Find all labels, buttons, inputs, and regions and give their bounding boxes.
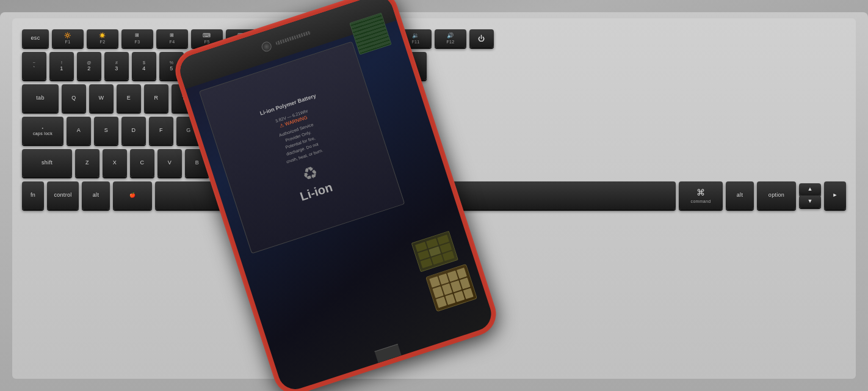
sim-contact-1 bbox=[429, 276, 440, 288]
tab-key[interactable]: tab bbox=[22, 84, 59, 112]
f12-key[interactable]: 🔊F12 bbox=[435, 29, 466, 48]
key-1[interactable]: !1 bbox=[49, 52, 74, 80]
control-key[interactable]: control bbox=[47, 181, 79, 210]
sim-contact-8 bbox=[460, 278, 471, 290]
lightning-connector bbox=[374, 344, 401, 363]
f1-key[interactable]: 🔆F1 bbox=[52, 29, 84, 48]
sim-contact-12 bbox=[463, 288, 474, 299]
sim-contact-11 bbox=[454, 291, 465, 302]
right-arrow-key[interactable]: ► bbox=[824, 181, 846, 210]
right-alt-key[interactable]: alt bbox=[726, 181, 754, 210]
fn-key[interactable]: fn bbox=[22, 181, 44, 210]
recycle-symbol: ♻ bbox=[300, 161, 320, 185]
power-key[interactable]: ⏻ bbox=[469, 29, 494, 48]
sim-contact-3 bbox=[447, 271, 458, 282]
front-camera bbox=[261, 40, 273, 53]
q-key[interactable]: Q bbox=[62, 84, 86, 112]
down-arrow-key[interactable]: ▼ bbox=[799, 196, 821, 208]
sim-contact-5 bbox=[433, 287, 444, 298]
qwerty-row: tab Q W E R T Y U I O P {[ }] |\ bbox=[22, 84, 846, 112]
backtick-key[interactable]: ~` bbox=[22, 52, 46, 80]
logic-board-chip bbox=[411, 231, 458, 272]
v-key[interactable]: V bbox=[157, 149, 182, 177]
key-3[interactable]: #3 bbox=[104, 52, 129, 80]
scene: esc 🔆F1 ☀️F2 ⊞F3 ⊞F4 ⌨F5 ⌨F6 ⏮F7 bbox=[0, 0, 868, 391]
key-2[interactable]: @2 bbox=[77, 52, 101, 80]
sim-contact-7 bbox=[450, 280, 461, 292]
key-4[interactable]: $4 bbox=[132, 52, 156, 80]
left-option-key[interactable]: 🍎 bbox=[113, 181, 152, 210]
li-ion-label: Li-ion bbox=[298, 180, 335, 204]
sim-contact-4 bbox=[456, 268, 467, 279]
fn-key-row: esc 🔆F1 ☀️F2 ⊞F3 ⊞F4 ⌨F5 ⌨F6 ⏮F7 bbox=[22, 29, 846, 48]
sim-contact-9 bbox=[436, 296, 447, 308]
caps-lock-key[interactable]: • caps lock bbox=[22, 117, 63, 145]
z-key[interactable]: Z bbox=[75, 149, 99, 177]
number-row: ~` !1 @2 #3 $4 %5 ^6 &7 *8 (9 )0 _- += d… bbox=[22, 52, 846, 80]
f-key[interactable]: F bbox=[149, 117, 173, 145]
f2-key[interactable]: ☀️F2 bbox=[87, 29, 118, 48]
f4-key[interactable]: ⊞F4 bbox=[156, 29, 188, 48]
esc-key[interactable]: esc bbox=[22, 29, 49, 48]
a-key[interactable]: A bbox=[67, 117, 91, 145]
s-key[interactable]: S bbox=[94, 117, 118, 145]
arrow-key-group: ▲ ▼ bbox=[799, 183, 821, 208]
left-shift-key[interactable]: shift bbox=[22, 149, 72, 177]
command-key[interactable]: ⌘ command bbox=[679, 181, 723, 210]
up-arrow-key[interactable]: ▲ bbox=[799, 183, 821, 196]
earpiece-speaker bbox=[275, 31, 311, 45]
f3-key[interactable]: ⊞F3 bbox=[121, 29, 153, 48]
left-alt-key[interactable]: alt bbox=[82, 181, 110, 210]
r-key[interactable]: R bbox=[144, 84, 168, 112]
d-key[interactable]: D bbox=[121, 117, 146, 145]
x-key[interactable]: X bbox=[103, 149, 127, 177]
e-key[interactable]: E bbox=[117, 84, 141, 112]
right-option-key[interactable]: option bbox=[757, 181, 796, 210]
sim-card-slot bbox=[425, 264, 477, 312]
c-key[interactable]: C bbox=[130, 149, 154, 177]
w-key[interactable]: W bbox=[89, 84, 114, 112]
